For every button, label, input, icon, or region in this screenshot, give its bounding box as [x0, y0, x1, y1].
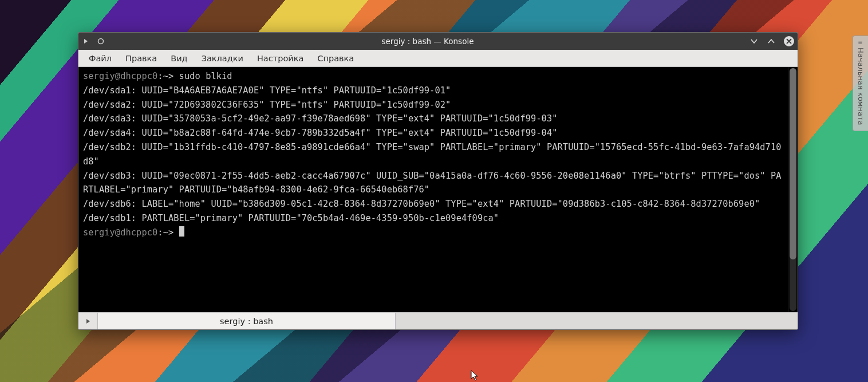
terminal[interactable]: sergiy@dhcppc0:~> sudo blkid /dev/sda1: … [78, 67, 788, 312]
close-button[interactable] [784, 36, 794, 46]
svg-point-0 [98, 39, 104, 44]
grip-icon: ≡ [858, 42, 863, 44]
scrollbar-thumb[interactable] [790, 68, 796, 259]
tab-bar: sergiy : bash [78, 312, 798, 329]
activity-tab[interactable]: ≡ Начальная комната [853, 36, 868, 131]
app-menu-icon[interactable] [81, 36, 91, 46]
menu-bookmarks[interactable]: Закладки [196, 52, 249, 65]
menu-settings[interactable]: Настройка [251, 52, 309, 65]
konsole-window: sergiy : bash — Konsole Файл Правка Вид … [78, 32, 798, 330]
menu-file[interactable]: Файл [83, 52, 117, 65]
tab-label: sergiy : bash [220, 317, 273, 326]
maximize-button[interactable] [767, 37, 776, 46]
tab-active[interactable]: sergiy : bash [98, 313, 396, 329]
menu-view[interactable]: Вид [165, 52, 193, 65]
terminal-scrollbar[interactable] [788, 67, 798, 312]
menu-help[interactable]: Справка [311, 52, 360, 65]
menu-edit[interactable]: Правка [120, 52, 163, 65]
menubar: Файл Правка Вид Закладки Настройка Справ… [78, 50, 798, 67]
titlebar[interactable]: sergiy : bash — Konsole [78, 33, 798, 50]
terminal-area: sergiy@dhcppc0:~> sudo blkid /dev/sda1: … [78, 67, 798, 312]
new-tab-button[interactable] [78, 313, 98, 329]
window-title: sergiy : bash — Konsole [106, 37, 749, 46]
pin-icon[interactable] [96, 36, 106, 46]
minimize-button[interactable] [749, 37, 759, 46]
activity-tab-label: Начальная комната [857, 48, 865, 125]
